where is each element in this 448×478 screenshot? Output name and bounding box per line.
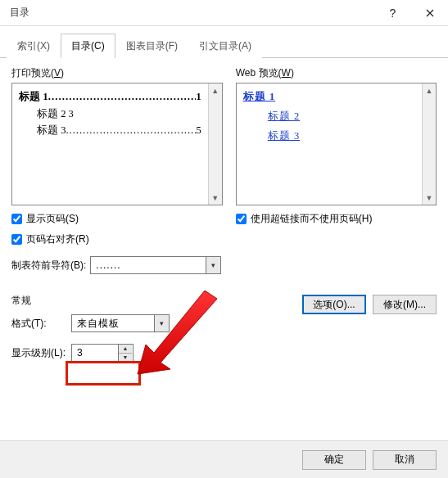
tab-leader-select[interactable]: ....... ▾ bbox=[90, 256, 221, 274]
print-preview-label: 打印预览(V) bbox=[11, 66, 223, 80]
help-button[interactable]: ? bbox=[374, 0, 411, 26]
tab-toc[interactable]: 目录(C) bbox=[61, 34, 115, 58]
scroll-down-icon[interactable]: ▼ bbox=[209, 191, 222, 205]
preview-h1-page: 1 bbox=[196, 88, 201, 106]
right-align-label: 页码右对齐(R) bbox=[26, 232, 89, 246]
chevron-down-icon[interactable]: ▾ bbox=[154, 315, 169, 331]
scroll-down-icon[interactable]: ▼ bbox=[423, 191, 436, 205]
tab-figures[interactable]: 图表目录(F) bbox=[115, 34, 188, 58]
options-button[interactable]: 选项(O)... bbox=[302, 295, 366, 314]
format-select[interactable]: 来自模板 ▾ bbox=[71, 314, 170, 332]
scroll-up-icon[interactable]: ▲ bbox=[423, 83, 436, 97]
show-levels-spinner[interactable]: ▲ ▼ bbox=[71, 344, 133, 362]
format-label: 格式(T): bbox=[11, 317, 67, 331]
tab-bar: 索引(X) 目录(C) 图表目录(F) 引文目录(A) bbox=[0, 26, 448, 58]
web-link-2[interactable]: 标题 2 bbox=[268, 110, 300, 122]
web-link-1[interactable]: 标题 1 bbox=[243, 91, 275, 102]
show-levels-input[interactable] bbox=[72, 345, 118, 361]
titlebar: 目录 ? bbox=[0, 0, 448, 26]
preview-h3-text: 标题 3 bbox=[37, 122, 66, 138]
web-preview-box: 标题 1 标题 2 标题 3 ▲ ▼ bbox=[236, 83, 437, 205]
preview-h2-text: 标题 2 bbox=[37, 108, 66, 120]
ok-button[interactable]: 确定 bbox=[302, 450, 366, 470]
print-preview-box: 标题 1 ...................................… bbox=[11, 83, 223, 205]
close-icon bbox=[426, 9, 434, 17]
close-button[interactable] bbox=[411, 0, 448, 26]
scroll-up-icon[interactable]: ▲ bbox=[209, 83, 222, 97]
tab-citations[interactable]: 引文目录(A) bbox=[188, 34, 262, 58]
web-preview-content: 标题 1 标题 2 标题 3 bbox=[237, 83, 422, 205]
right-align-checkbox[interactable] bbox=[11, 234, 22, 245]
chevron-down-icon[interactable]: ▾ bbox=[206, 257, 220, 273]
annotation-highlight bbox=[66, 361, 141, 386]
show-page-numbers-checkbox[interactable] bbox=[11, 214, 22, 224]
print-preview-content: 标题 1 ...................................… bbox=[12, 83, 208, 205]
web-preview-scrollbar[interactable]: ▲ ▼ bbox=[422, 83, 436, 205]
preview-h3-page: 5 bbox=[197, 122, 201, 138]
dialog-footer: 确定 取消 bbox=[0, 440, 448, 478]
show-page-numbers-label: 显示页码(S) bbox=[26, 212, 79, 226]
tab-leader-label: 制表符前导符(B): bbox=[11, 259, 86, 273]
show-levels-label: 显示级别(L): bbox=[11, 346, 67, 360]
print-preview-scrollbar[interactable]: ▲ ▼ bbox=[208, 83, 222, 205]
web-link-3[interactable]: 标题 3 bbox=[268, 130, 300, 142]
cancel-button[interactable]: 取消 bbox=[373, 450, 437, 470]
spinner-down-icon[interactable]: ▼ bbox=[119, 354, 132, 362]
spinner-up-icon[interactable]: ▲ bbox=[119, 345, 132, 354]
use-hyperlinks-label: 使用超链接而不使用页码(H) bbox=[251, 212, 373, 226]
preview-h2-page: 3 bbox=[69, 108, 74, 120]
web-preview-label: Web 预览(W) bbox=[236, 66, 437, 80]
modify-button[interactable]: 修改(M)... bbox=[373, 295, 437, 314]
window-title: 目录 bbox=[10, 6, 29, 20]
use-hyperlinks-checkbox[interactable] bbox=[236, 214, 247, 224]
tab-index[interactable]: 索引(X) bbox=[7, 34, 61, 58]
preview-h1-text: 标题 1 bbox=[19, 88, 48, 106]
